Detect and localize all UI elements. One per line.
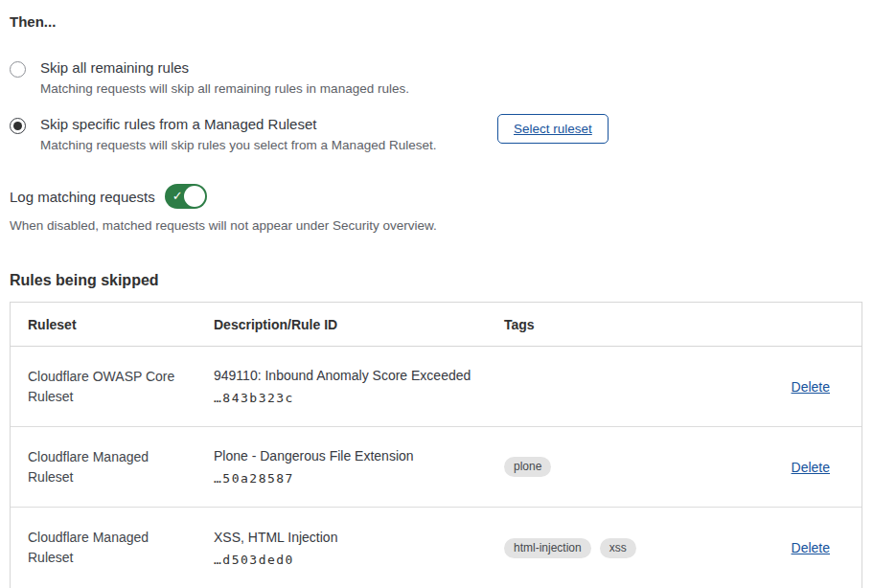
table-body: Cloudflare OWASP Core Ruleset 949110: In…: [11, 347, 862, 588]
rule-id: …843b323c: [214, 391, 504, 405]
skip-rule-config-panel: Then... Skip all remaining rules Matchin…: [0, 0, 873, 588]
tags-cell: plone: [504, 457, 748, 477]
then-heading: Then...: [10, 13, 862, 30]
rules-being-skipped-title: Rules being skipped: [10, 272, 862, 289]
log-matching-toggle[interactable]: ✓: [165, 184, 207, 209]
column-header-ruleset: Ruleset: [28, 317, 214, 332]
delete-link[interactable]: Delete: [792, 540, 830, 555]
table-row: Cloudflare Managed Ruleset Plone - Dange…: [11, 427, 862, 508]
table-row: Cloudflare Managed Ruleset XSS, HTML Inj…: [11, 508, 862, 588]
tag-pill: plone: [504, 457, 551, 477]
log-matching-description: When disabled, matched requests will not…: [10, 218, 862, 233]
option-label[interactable]: Skip specific rules from a Managed Rules…: [40, 116, 497, 132]
tag-pill: html-injection: [504, 538, 591, 558]
select-ruleset-button[interactable]: Select ruleset: [497, 114, 609, 144]
delete-link[interactable]: Delete: [792, 460, 830, 475]
check-icon: ✓: [172, 190, 183, 202]
rule-description: 949110: Inbound Anomaly Score Exceeded: [214, 368, 504, 383]
option-description: Matching requests will skip all remainin…: [40, 81, 497, 96]
rule-id: …d503ded0: [214, 553, 504, 567]
log-matching-section: Log matching requests ✓ When disabled, m…: [10, 184, 862, 233]
column-header-description: Description/Rule ID: [214, 317, 504, 332]
ruleset-name: Cloudflare OWASP Core Ruleset: [28, 367, 214, 407]
delete-link[interactable]: Delete: [792, 379, 830, 395]
table-row: Cloudflare OWASP Core Ruleset 949110: In…: [11, 347, 862, 427]
ruleset-name: Cloudflare Managed Ruleset: [28, 528, 214, 568]
rule-description: XSS, HTML Injection: [214, 530, 504, 545]
ruleset-name: Cloudflare Managed Ruleset: [28, 447, 214, 487]
option-description: Matching requests will skip rules you se…: [40, 138, 497, 152]
column-header-tags: Tags: [504, 317, 748, 332]
option-skip-all-remaining-rules: Skip all remaining rules Matching reques…: [10, 59, 862, 96]
radio-skip-specific[interactable]: [10, 118, 26, 134]
toggle-knob: [184, 186, 205, 207]
rule-description: Plone - Dangerous File Extension: [214, 448, 504, 464]
tag-pill: xss: [600, 538, 636, 558]
rule-id: …50a28587: [214, 471, 504, 486]
rules-being-skipped-table: Ruleset Description/Rule ID Tags Cloudfl…: [10, 302, 862, 588]
option-label[interactable]: Skip all remaining rules: [40, 59, 497, 76]
radio-skip-all-remaining[interactable]: [10, 61, 26, 78]
tags-cell: html-injectionxss: [504, 538, 748, 558]
table-header-row: Ruleset Description/Rule ID Tags: [11, 303, 862, 347]
option-skip-specific-rules: Skip specific rules from a Managed Rules…: [10, 116, 862, 152]
log-matching-label: Log matching requests: [10, 189, 155, 205]
